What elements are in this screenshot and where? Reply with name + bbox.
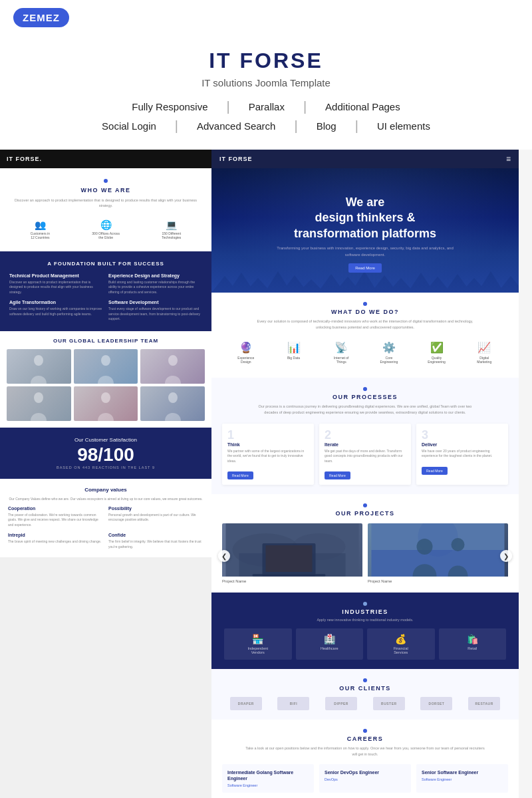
tech-label: 150 DifferentTechnologies [162, 231, 181, 239]
sep-4: | [285, 118, 307, 134]
foundation-item-2: Experience Design and Strategy Build str… [108, 273, 202, 295]
svg-point-1 [101, 355, 110, 366]
satisfaction-sub: BASED ON 443 REACTIONS IN THE LAST 9 [9, 466, 202, 469]
client-3-text: DIPPER [334, 702, 348, 706]
foundation-item-2-text: Build strong and lasting customer relati… [108, 280, 202, 295]
step-3-num: 3 [422, 429, 503, 441]
core-icon: ⚙️ [365, 341, 413, 354]
feature-blog: Blog [307, 120, 346, 132]
foundation-item-4-title: Software Development [108, 300, 202, 305]
foundation-item-1-title: Technical Product Management [9, 273, 103, 278]
foundation-item-2-title: Experience Design and Strategy [108, 273, 202, 278]
projects-arrow-left[interactable]: ❮ [218, 550, 230, 562]
svg-point-0 [34, 355, 43, 366]
industries-grid: 🏪 IndependentVendors 🏥 Healthcare 💰 Fina… [222, 628, 508, 660]
project-label-2: Project Name [368, 579, 508, 583]
services-row: 🔮 ExperienceDesign 📊 Big Data 📡 Internet… [222, 337, 508, 368]
foundation-grid: Technical Product Management Discover an… [9, 273, 202, 322]
page-subtitle: IT solutions Joomla Template [27, 77, 505, 88]
features-row-1: Fully Responsive | Parallax | Additional… [27, 99, 505, 114]
service-core: ⚙️ CoreEngineering [365, 341, 413, 364]
offices-icon: 🌐 [92, 219, 120, 230]
bigdata-icon: 📊 [270, 341, 318, 354]
hero-title: We aredesign thinkers &transformation pl… [225, 195, 505, 241]
feature-additional-pages: Additional Pages [316, 101, 410, 112]
who-we-are-section: WHO WE ARE Discover an approach to produ… [0, 168, 211, 251]
stat-offices: 🌐 300 Offices Acrossthe Globe [92, 219, 120, 239]
client-logo-4: BUSTER [373, 697, 405, 710]
features-row-2: Social Login | Advanced Search | Blog | … [27, 118, 505, 134]
value-confide: Confide The firm belief in integrity. We… [108, 533, 203, 549]
projects-arrow-right[interactable]: ❯ [500, 550, 512, 562]
page-title: IT FORSE [27, 49, 505, 73]
value-1-text: The power of collaboration. We're workin… [8, 513, 103, 528]
experience-label: ExperienceDesign [222, 356, 270, 364]
service-experience: 🔮 ExperienceDesign [222, 341, 270, 364]
step-2-btn[interactable]: Read More [325, 471, 350, 479]
step-3-btn[interactable]: Read More [422, 467, 448, 475]
zemez-logo[interactable]: ZEMEZ [13, 8, 69, 27]
svg-point-3 [34, 392, 43, 403]
team-grid [7, 349, 205, 421]
job-2-sub: DevOps [325, 777, 406, 781]
team-photo-4 [7, 386, 71, 421]
bigdata-label: Big Data [270, 356, 318, 360]
step-1-btn[interactable]: Read More [227, 471, 253, 479]
step-deliver: 3 Deliver We have over 20 years of produ… [416, 424, 508, 485]
industry-financial: 💰 FinancialServices [367, 628, 435, 660]
foundation-item-4-text: Trust every stage of software developmen… [108, 307, 202, 322]
step-think: 1 Think We partner with some of the larg… [222, 424, 314, 485]
hero-cta-button[interactable]: Read More [348, 263, 382, 273]
careers-section: CAREERS Take a look at our open position… [211, 720, 519, 798]
feature-parallax: Parallax [239, 101, 294, 112]
team-photo-1 [7, 349, 71, 384]
foundation-item-4: Software Development Trust every stage o… [108, 300, 202, 322]
core-label: CoreEngineering [365, 356, 413, 364]
who-we-are-text: Discover an approach to product implemen… [9, 198, 202, 209]
digital-label: DigitalMarketing [460, 356, 508, 364]
team-photo-6 [140, 386, 205, 421]
what-description: Every our solution is composed of techni… [252, 319, 478, 331]
job-3-sub: Software Engineer [422, 777, 503, 781]
job-1-title: Intermediate Golang Software Engineer [227, 769, 309, 781]
client-5-text: DORSET [429, 702, 445, 706]
value-3-text: The brave spirit of meeting new challeng… [8, 539, 103, 545]
feature-ui-elements: UI elements [368, 120, 440, 132]
project-label-1: Project Name [222, 579, 362, 583]
team-photo-5 [74, 386, 138, 421]
right-logo: IT FORSE [219, 156, 253, 162]
left-navbar: IT FORSE. [0, 150, 211, 168]
svg-point-4 [101, 392, 110, 403]
step-2-text: We get past the days of more and deliver… [325, 449, 406, 464]
what-title: WHAT DO WE DO? [222, 309, 508, 315]
team-photo-3 [140, 349, 205, 384]
vendors-icon: 🏪 [231, 634, 285, 644]
healthcare-icon: 🏥 [303, 634, 357, 644]
project-card-2: Project Name [368, 523, 508, 583]
steps-row: 1 Think We partner with some of the larg… [222, 424, 508, 485]
foundation-title: A FOUNDATION BUILT FOR SUCCESS [9, 261, 202, 267]
job-3-title: Senior Software Engineer [422, 769, 503, 775]
sep-3: | [166, 118, 188, 134]
satisfaction-section: Our Customer Satisfaction 98/100 BASED O… [0, 428, 211, 479]
step-1-num: 1 [227, 429, 309, 441]
stats-row: 👥 Customers in12 Countries 🌐 300 Offices… [9, 215, 202, 243]
retail-icon: 🛍️ [446, 634, 500, 644]
clients-logos-row: DRAPER BIFI DIPPER BUSTER DORSET RESTAUR [222, 697, 508, 710]
customers-icon: 👥 [31, 219, 50, 230]
foundation-section: A FOUNDATION BUILT FOR SUCCESS Technical… [0, 251, 211, 331]
header: ZEMEZ [0, 0, 532, 35]
svg-rect-12 [253, 574, 326, 577]
customers-label: Customers in12 Countries [31, 231, 50, 239]
hamburger-icon[interactable]: ≡ [506, 154, 511, 164]
client-logo-1: DRAPER [230, 697, 262, 710]
financial-icon: 💰 [374, 634, 428, 644]
processes-section: OUR PROCESSES Our process is a continuou… [211, 378, 519, 494]
sep-2: | [294, 99, 316, 114]
svg-rect-15 [372, 550, 505, 577]
careers-description: Take a look at our open positions below … [245, 745, 485, 757]
processes-description: Our process is a continuous journey in d… [252, 404, 478, 416]
value-4-text: The firm belief in integrity. We believe… [108, 539, 203, 549]
value-4-title: Confide [108, 533, 203, 537]
projects-title: OUR PROJECTS [222, 510, 508, 517]
